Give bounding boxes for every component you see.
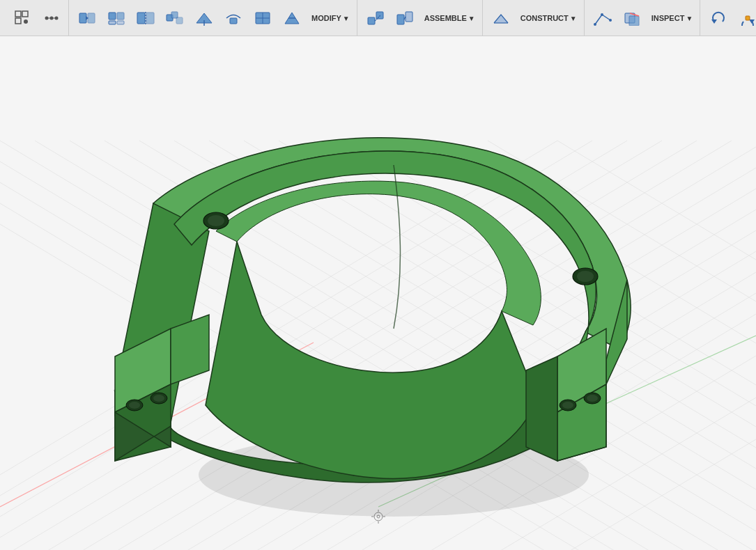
svg-rect-41 bbox=[629, 16, 639, 26]
assemble-label-btn[interactable]: ASSEMBLE ▼ bbox=[420, 3, 479, 33]
modify-icon-8 bbox=[282, 10, 302, 26]
construct-btn-1[interactable] bbox=[487, 3, 515, 33]
svg-line-36 bbox=[602, 15, 610, 20]
svg-rect-45 bbox=[746, 16, 750, 20]
inspect-arrow: ▼ bbox=[686, 15, 693, 22]
svg-marker-105 bbox=[526, 356, 557, 461]
svg-point-112 bbox=[208, 215, 224, 226]
toolbar-group-inspect: INSPECT ▼ bbox=[586, 0, 701, 36]
construct-label-btn[interactable]: CONSTRUCT ▼ bbox=[516, 3, 581, 33]
modify-icon-1 bbox=[77, 10, 97, 26]
svg-rect-14 bbox=[117, 21, 124, 24]
construct-label: CONSTRUCT bbox=[520, 14, 569, 22]
svg-point-102 bbox=[153, 395, 164, 402]
svg-rect-32 bbox=[406, 12, 412, 22]
modify-arrow: ▼ bbox=[343, 15, 350, 22]
assemble-icon-2 bbox=[395, 10, 415, 26]
svg-line-35 bbox=[595, 15, 602, 24]
svg-rect-9 bbox=[88, 13, 95, 23]
modify-btn-5[interactable] bbox=[190, 3, 218, 33]
assemble-btn-1[interactable] bbox=[362, 3, 389, 33]
svg-marker-43 bbox=[711, 19, 717, 24]
inspect-btn-1[interactable] bbox=[589, 3, 617, 33]
inspect-btn-2[interactable] bbox=[618, 3, 646, 33]
inspect-label-btn[interactable]: INSPECT ▼ bbox=[647, 3, 697, 33]
svg-rect-28 bbox=[368, 17, 375, 24]
inspect-label: INSPECT bbox=[651, 14, 685, 22]
svg-rect-15 bbox=[137, 13, 145, 24]
toolbar-group-insert: INSERT ▼ bbox=[702, 0, 756, 36]
points-icon bbox=[42, 10, 61, 26]
svg-point-38 bbox=[601, 13, 603, 16]
svg-point-114 bbox=[577, 271, 594, 282]
svg-rect-0 bbox=[15, 11, 21, 17]
insert-btn-undo[interactable] bbox=[704, 3, 732, 33]
modify-icon-3 bbox=[136, 10, 155, 26]
modify-btn-4[interactable] bbox=[161, 3, 189, 33]
svg-point-39 bbox=[609, 19, 612, 22]
viewport[interactable] bbox=[0, 36, 756, 550]
modify-icon-5 bbox=[194, 10, 214, 26]
svg-point-37 bbox=[594, 23, 596, 26]
toolbar-btn-grid[interactable] bbox=[8, 3, 36, 33]
modify-icon-4 bbox=[165, 10, 185, 26]
toolbar-group-assemble: ASSEMBLE ▼ bbox=[359, 0, 483, 36]
modify-icon-7 bbox=[253, 10, 272, 26]
svg-rect-1 bbox=[22, 11, 28, 17]
svg-rect-22 bbox=[230, 18, 237, 24]
modify-label-btn[interactable]: MODIFY ▼ bbox=[307, 3, 354, 33]
toolbar-group-construct: CONSTRUCT ▼ bbox=[484, 0, 585, 36]
toolbar-group-modify: MODIFY ▼ bbox=[70, 0, 357, 36]
assemble-btn-2[interactable] bbox=[391, 3, 419, 33]
toolbar: MODIFY ▼ ASSEMBLE bbox=[0, 0, 756, 36]
modify-btn-7[interactable] bbox=[249, 3, 277, 33]
redo-icon bbox=[738, 10, 756, 26]
svg-point-108 bbox=[562, 402, 573, 409]
construct-arrow: ▼ bbox=[570, 15, 577, 22]
svg-rect-20 bbox=[176, 17, 183, 24]
svg-point-3 bbox=[24, 19, 28, 24]
insert-btn-redo[interactable] bbox=[734, 3, 756, 33]
svg-rect-11 bbox=[109, 13, 116, 19]
inspect-icon-1 bbox=[593, 10, 612, 26]
modify-label: MODIFY bbox=[311, 14, 341, 22]
svg-rect-13 bbox=[109, 21, 116, 24]
svg-point-100 bbox=[129, 402, 140, 409]
grid-background bbox=[0, 36, 756, 550]
svg-rect-2 bbox=[15, 18, 21, 24]
toolbar-group-left bbox=[6, 0, 69, 36]
construct-icon-1 bbox=[491, 10, 511, 26]
svg-rect-16 bbox=[146, 13, 154, 24]
modify-btn-3[interactable] bbox=[132, 3, 160, 33]
grid-icon bbox=[13, 10, 32, 26]
svg-rect-8 bbox=[79, 13, 86, 23]
svg-rect-12 bbox=[117, 13, 124, 19]
svg-point-110 bbox=[587, 395, 598, 402]
inspect-icon-2 bbox=[622, 10, 642, 26]
assemble-icon-1 bbox=[366, 10, 385, 26]
modify-btn-6[interactable] bbox=[219, 3, 247, 33]
modify-icon-2 bbox=[107, 10, 126, 26]
toolbar-btn-points[interactable] bbox=[38, 3, 65, 33]
modify-btn-1[interactable] bbox=[73, 3, 101, 33]
undo-icon bbox=[709, 10, 728, 26]
modify-icon-6 bbox=[224, 10, 243, 26]
modify-btn-8[interactable] bbox=[278, 3, 306, 33]
assemble-arrow: ▼ bbox=[468, 15, 475, 22]
assemble-label: ASSEMBLE bbox=[424, 14, 467, 22]
svg-rect-31 bbox=[397, 15, 404, 24]
modify-btn-2[interactable] bbox=[102, 3, 130, 33]
